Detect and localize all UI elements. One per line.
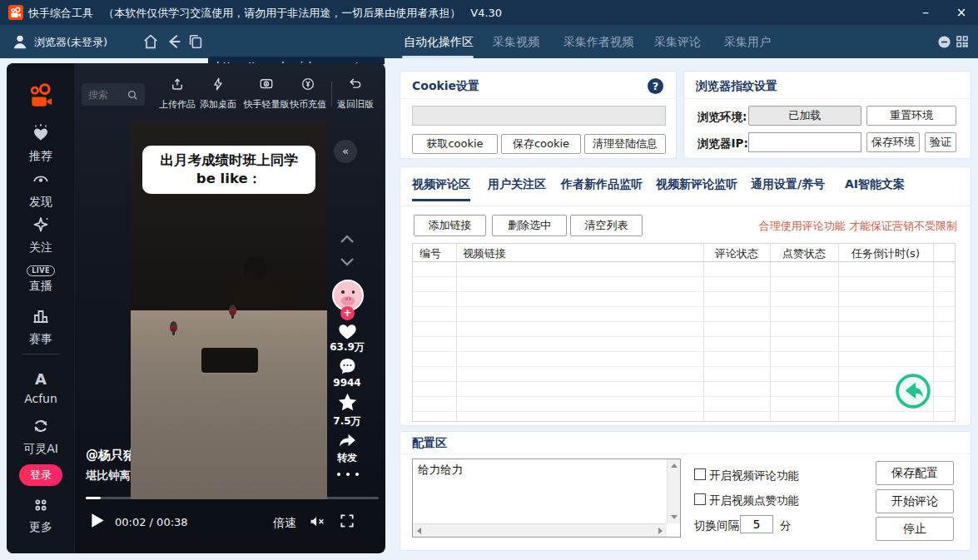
add-link-button[interactable]: 添加链接: [414, 215, 486, 236]
share-arrow-icon[interactable]: [337, 431, 358, 450]
like-count: 63.9万: [315, 340, 379, 354]
interval-input[interactable]: [740, 515, 773, 533]
interval-unit: 分: [780, 518, 792, 533]
env-status-button[interactable]: 已加载: [748, 106, 861, 126]
save-config-button[interactable]: 保存配置: [876, 461, 954, 485]
toolbar-lite-version-button[interactable]: 快手轻量版: [241, 77, 292, 111]
scroll-up-arrow[interactable]: [671, 463, 678, 468]
column-divider: [770, 244, 771, 421]
posted-time: · 6 天前: [141, 449, 180, 462]
sidebar-item-events[interactable]: 赛事: [7, 306, 75, 347]
fullscreen-icon[interactable]: [339, 513, 355, 529]
play-button-icon[interactable]: [91, 513, 105, 528]
login-button[interactable]: 登录: [19, 464, 62, 486]
close-button[interactable]: ×: [947, 0, 976, 25]
cookie-input[interactable]: [412, 106, 666, 126]
clear-list-button[interactable]: 清空列表: [570, 215, 643, 236]
nav-tab-collect-video[interactable]: 采集视频: [493, 25, 539, 58]
grid-more-icon: [32, 496, 50, 514]
get-cookie-button[interactable]: 获取cookie: [412, 134, 498, 154]
sidebar-item-live[interactable]: LIVE 直播: [7, 260, 75, 294]
column-divider: [703, 244, 704, 421]
playback-speed-button[interactable]: 倍速: [273, 516, 296, 531]
toolbar-upload-button[interactable]: 上传作品: [156, 77, 198, 111]
collect-star-icon[interactable]: [336, 392, 359, 414]
search-input[interactable]: [88, 89, 127, 101]
scroll-down-arrow[interactable]: [671, 515, 678, 519]
reset-env-button[interactable]: 重置环境: [866, 106, 956, 126]
help-icon[interactable]: ?: [648, 78, 663, 94]
video-progress-bar[interactable]: [86, 497, 379, 499]
back-icon[interactable]: [165, 32, 183, 51]
tab-ai-copywriting[interactable]: AI智能文案: [845, 177, 905, 192]
usage-warning-text: 合理使用评论功能 才能保证营销不受限制: [759, 219, 957, 234]
tabs-divider: [400, 206, 971, 206]
video-link-table[interactable]: 编号 视频链接 评论状态 点赞状态 任务倒计时(s): [412, 243, 956, 422]
delete-selected-button[interactable]: 删除选中: [492, 215, 567, 236]
start-comment-button[interactable]: 开始评论: [876, 489, 954, 513]
stop-button[interactable]: 停止: [876, 517, 954, 541]
clear-login-button[interactable]: 清理登陆信息: [584, 134, 666, 154]
browser-ip-input[interactable]: [748, 132, 861, 152]
comment-text: 给力给力: [418, 463, 663, 478]
avatar-pig-nostril: [345, 297, 348, 300]
loop-arrows-icon: [31, 416, 51, 436]
enable-like-checkbox[interactable]: [694, 493, 706, 505]
video-frame[interactable]: 出月考成绩时班上同学 be like：: [131, 121, 327, 499]
sidebar-item-acfun[interactable]: A Acfun: [7, 369, 75, 405]
app-title: 快手综合工具 （本软件仅供学习交流使用，请勿用于非法用途，一切后果由使用者承担）…: [28, 6, 502, 21]
horizontal-scrollbar[interactable]: [413, 523, 667, 537]
mute-speaker-icon[interactable]: [308, 513, 325, 530]
chevron-down-icon[interactable]: [340, 257, 355, 266]
enable-comment-checkbox[interactable]: [694, 468, 706, 480]
sidebar-item-keling-ai[interactable]: 可灵AI: [7, 416, 75, 457]
caption-line2: be like：: [147, 170, 310, 188]
tab-author-new-work-monitor[interactable]: 作者新作品监听: [561, 177, 643, 192]
follow-plus-button[interactable]: +: [340, 306, 355, 320]
col-header-video-link: 视频链接: [463, 246, 506, 261]
enable-comment-label: 开启视频评论功能: [709, 468, 799, 483]
nav-tab-collect-user[interactable]: 采集用户: [724, 25, 771, 58]
sidebar-item-follow[interactable]: 关注: [7, 215, 75, 255]
tab-general-settings[interactable]: 通用设置/养号: [751, 177, 825, 192]
toolbar-back-old-button[interactable]: 返回旧版: [335, 77, 376, 111]
monitor-download-icon: [259, 77, 274, 92]
video-time-display: 00:02 / 00:38: [115, 516, 188, 528]
verify-button[interactable]: 验证: [925, 132, 956, 152]
avatar-pig-eye: [352, 290, 355, 294]
minus-circle-icon[interactable]: [937, 35, 951, 49]
pages-copy-icon[interactable]: [186, 32, 205, 51]
like-heart-icon[interactable]: [336, 320, 359, 340]
column-divider: [838, 244, 839, 421]
nav-tab-collect-author-video[interactable]: 采集作者视频: [563, 25, 633, 58]
tab-video-comment[interactable]: 视频评论区: [412, 177, 470, 192]
tab-video-new-comment-monitor[interactable]: 视频新评论监听: [656, 177, 737, 192]
save-cookie-button[interactable]: 保存cookie: [501, 134, 581, 154]
sidebar-item-recommend[interactable]: 推荐: [7, 123, 75, 164]
home-icon[interactable]: [141, 32, 160, 51]
scroll-left-arrow[interactable]: [417, 528, 421, 534]
sidebar-item-discover[interactable]: 发现: [7, 169, 75, 210]
vertical-scrollbar[interactable]: [667, 459, 680, 523]
tab-user-follow[interactable]: 用户关注区: [488, 177, 546, 192]
video-author[interactable]: @杨只猪· 6 天前: [86, 448, 180, 463]
kuaishou-logo-icon[interactable]: [27, 82, 55, 110]
sparkle-star-icon: [31, 215, 51, 235]
comment-bubble-icon[interactable]: [337, 356, 358, 376]
qr-code-icon[interactable]: [955, 34, 970, 49]
nav-tab-collect-comment[interactable]: 采集评论: [654, 25, 701, 58]
toolbar-coin-recharge-button[interactable]: 快币充值: [287, 77, 329, 111]
green-return-button[interactable]: [895, 373, 931, 409]
toolbar-add-desktop-button[interactable]: 添加桌面: [197, 77, 239, 111]
save-env-button[interactable]: 保存环境: [866, 132, 920, 152]
kuaishou-player-panel: 推荐 发现 关注 LIVE 直播: [7, 63, 385, 553]
author-name: @杨只猪: [86, 448, 136, 463]
search-box[interactable]: [82, 83, 145, 106]
comment-textarea[interactable]: 给力给力: [412, 458, 681, 538]
collapse-panel-icon[interactable]: «: [334, 140, 357, 163]
chevron-up-icon[interactable]: [340, 235, 355, 244]
nav-tab-automation[interactable]: 自动化操作区: [404, 25, 474, 58]
minimize-button[interactable]: –: [911, 0, 940, 25]
scroll-right-arrow[interactable]: [658, 528, 663, 534]
sidebar-item-more[interactable]: 更多: [7, 496, 75, 535]
